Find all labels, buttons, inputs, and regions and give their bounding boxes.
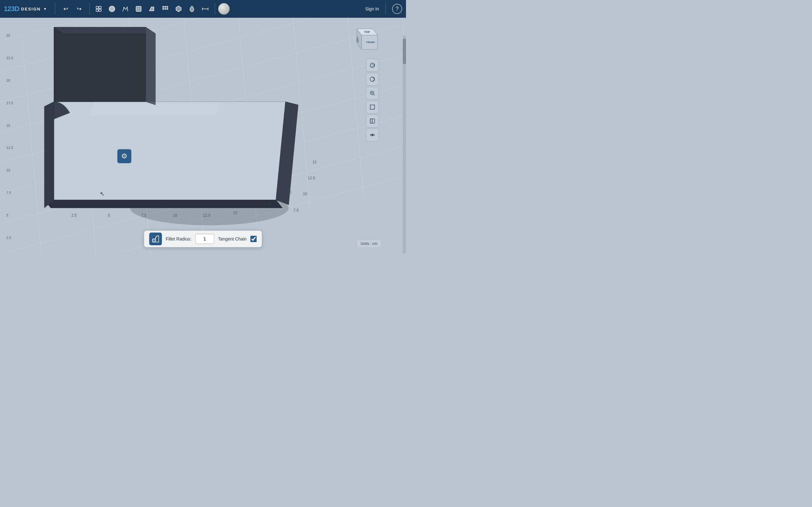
units-indicator: Units : cm	[357, 240, 380, 247]
ruler-bottom-20: 20	[287, 190, 292, 194]
fillet-tool-icon[interactable]	[149, 233, 162, 245]
base-plate-top	[44, 102, 286, 200]
pattern-tool[interactable]	[159, 3, 171, 15]
viewport[interactable]: 25 22.5 20 17.5 15 12.5 10 7.5 5 2.5	[0, 18, 406, 253]
snap-grid-tool[interactable]	[92, 3, 105, 15]
app-subtitle: DESIGN	[21, 7, 41, 11]
svg-rect-10	[162, 6, 164, 8]
svg-point-4	[109, 6, 115, 12]
tangent-chain-checkbox[interactable]	[251, 236, 257, 242]
svg-rect-15	[166, 8, 168, 10]
zoom-button[interactable]	[366, 87, 379, 100]
svg-rect-11	[165, 6, 166, 8]
ruler-bottom-17.5: 17.5	[263, 201, 271, 206]
ruler-bottom-2.5: 2.5	[71, 213, 77, 218]
fillet-settings-button[interactable]: ⚙	[117, 149, 131, 163]
base-plate-bottom-edge	[44, 200, 282, 208]
svg-rect-13	[162, 8, 164, 10]
base-highlight	[89, 102, 222, 116]
logo-area: 123D DESIGN ▼	[4, 5, 47, 13]
svg-rect-12	[166, 6, 168, 8]
svg-text:FRONT: FRONT	[366, 41, 375, 44]
svg-point-32	[370, 77, 374, 81]
units-label: Units : cm	[361, 241, 377, 246]
view-controls	[366, 59, 379, 141]
svg-line-34	[373, 94, 374, 95]
nav-right-area: Sign In ?	[365, 3, 402, 14]
orbit-button[interactable]	[366, 59, 379, 72]
navbar: 123D DESIGN ▼ ↩ ↪	[0, 0, 406, 18]
group-tool[interactable]	[172, 3, 185, 15]
back-wall-top	[54, 27, 155, 34]
ruler-right-12.5: 12.5	[308, 176, 315, 180]
app-logo: 123D	[4, 5, 19, 13]
svg-rect-44	[370, 119, 372, 123]
svg-text:TOP: TOP	[364, 31, 370, 34]
back-wall-front	[54, 27, 146, 102]
svg-point-6	[123, 7, 125, 8]
ruler-bottom-10: 10	[173, 213, 177, 218]
redo-button[interactable]: ↪	[73, 3, 85, 15]
bottom-toolbar: Fillet Radius: Tangent Chain	[144, 231, 262, 247]
svg-rect-1	[99, 6, 101, 9]
svg-rect-2	[96, 9, 98, 11]
modify-tool[interactable]	[146, 3, 158, 15]
visibility-button[interactable]	[366, 129, 379, 141]
svg-point-45	[372, 134, 373, 136]
undo-redo-group: ↩ ↪	[60, 3, 85, 15]
fit-button[interactable]	[366, 101, 379, 113]
ruler-right-15: 15	[312, 160, 317, 164]
svg-rect-14	[165, 8, 166, 10]
rotate-button[interactable]	[366, 73, 379, 86]
ruler-bottom-7.5: 7.5	[141, 213, 147, 218]
ruler-right-7.5: 7.5	[293, 208, 299, 213]
section-button[interactable]	[366, 115, 379, 127]
fillet-radius-input[interactable]	[195, 234, 214, 244]
scrollbar-right[interactable]	[403, 36, 406, 253]
measure-tool[interactable]	[199, 3, 212, 15]
tangent-chain-label: Tangent Chain	[218, 236, 247, 241]
divider-3	[215, 3, 215, 14]
undo-button[interactable]: ↩	[60, 3, 72, 15]
ruler-right-10: 10	[303, 192, 307, 196]
divider-2	[90, 3, 90, 14]
base-plate-left-edge	[44, 102, 54, 208]
nav-cube-container[interactable]: TOP FRONT LEFT	[349, 24, 380, 56]
snap-tool[interactable]	[186, 3, 198, 15]
ruler-bottom-15: 15	[233, 211, 238, 215]
construct-tool[interactable]	[132, 3, 145, 15]
sketch-tool[interactable]	[119, 3, 132, 15]
toolbar-tools	[92, 3, 365, 15]
svg-text:LEFT: LEFT	[357, 37, 359, 43]
signin-button[interactable]: Sign In	[365, 6, 379, 11]
fillet-radius-label: Fillet Radius:	[165, 236, 191, 241]
svg-marker-16	[176, 6, 181, 12]
ruler-bottom-5: 5	[108, 213, 110, 218]
divider-4	[386, 3, 386, 14]
ruler-bottom-12.5: 12.5	[203, 213, 211, 218]
scrollbar-thumb[interactable]	[403, 39, 406, 64]
gear-icon: ⚙	[121, 152, 128, 160]
help-button[interactable]: ?	[392, 4, 402, 14]
logo-dropdown-arrow[interactable]: ▼	[43, 7, 47, 11]
primitives-tool[interactable]	[106, 3, 118, 15]
svg-rect-46	[152, 239, 155, 242]
scene-svg: 2.5 5 7.5 10 12.5 15 17.5 20 15 12.5 10 …	[0, 18, 406, 253]
material-sphere[interactable]	[218, 3, 230, 14]
nav-cube-svg[interactable]: TOP FRONT LEFT	[349, 24, 380, 56]
svg-rect-3	[99, 9, 101, 11]
svg-rect-0	[96, 6, 98, 9]
back-wall-right	[146, 27, 155, 105]
